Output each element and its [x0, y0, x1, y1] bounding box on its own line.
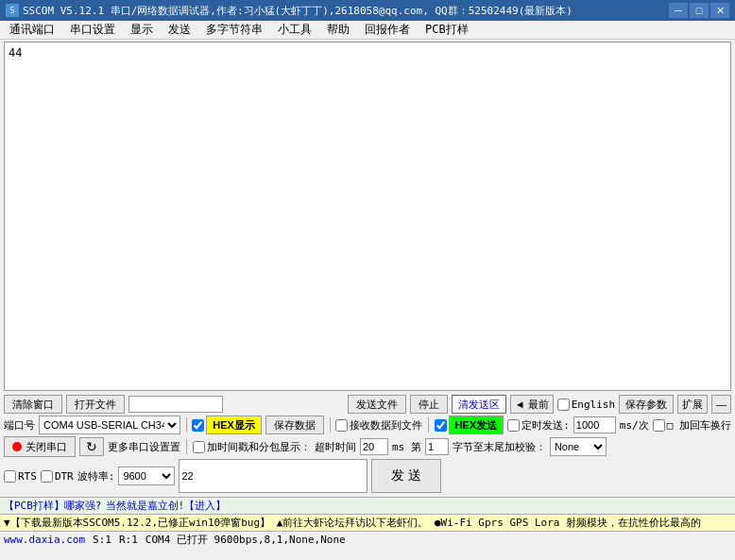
- s-count: S:1: [93, 534, 111, 546]
- save-params-button[interactable]: 保存参数: [619, 395, 674, 414]
- hex-display-label: HEX显示: [192, 416, 262, 434]
- baud-select[interactable]: 9600: [118, 467, 175, 485]
- dtr-label: DTR: [41, 470, 74, 483]
- timed-unit-label: ms/次: [620, 418, 649, 433]
- menu-tools[interactable]: 小工具: [270, 20, 319, 40]
- menu-multibyte[interactable]: 多字节符串: [198, 20, 270, 40]
- send-input[interactable]: [179, 459, 368, 493]
- add-newline-checkbox[interactable]: [653, 419, 665, 432]
- hex-send-label: HEX发送: [435, 416, 504, 434]
- r-count: R:1: [119, 534, 138, 546]
- hex-display-checkbox[interactable]: [192, 419, 204, 432]
- expand-button[interactable]: 扩展: [677, 395, 708, 414]
- close-port-row: 关闭串口 ↻ 更多串口设置置 加时间戳和分包显示： 超时时间 ms 第 字节至末…: [4, 436, 731, 457]
- port-label: 端口号: [4, 418, 35, 433]
- timed-send-checkbox[interactable]: [507, 419, 520, 432]
- menu-display[interactable]: 显示: [123, 20, 161, 40]
- dtr-text: DTR: [55, 470, 74, 483]
- english-label: English: [572, 399, 615, 411]
- english-checkbox[interactable]: [557, 399, 570, 411]
- status-bar: www.daxia.com S:1 R:1 COM4 已打开 9600bps,8…: [0, 531, 735, 548]
- timeout-input[interactable]: [360, 438, 388, 455]
- menu-pcb[interactable]: PCB打样: [418, 20, 476, 40]
- pcb-link[interactable]: 【PCB打样】哪家强?: [4, 499, 102, 513]
- menu-help[interactable]: 帮助: [319, 20, 357, 40]
- save-to-file-checkbox[interactable]: [335, 419, 348, 432]
- close-port-label: 关闭串口: [26, 440, 67, 454]
- rts-checkbox[interactable]: [4, 470, 16, 483]
- ad-bar: ▼【下载最新版本SSCOM5.12.2,已修正win10弹窗bug】 ▲前往大虾…: [0, 514, 735, 531]
- command-input[interactable]: [128, 396, 223, 413]
- menu-bar: 通讯端口 串口设置 显示 发送 多字节符串 小工具 帮助 回报作者 PCB打样: [0, 21, 735, 40]
- timed-send-label: 定时发送:: [507, 418, 570, 433]
- clear-send-area-button[interactable]: 清发送区: [452, 395, 506, 414]
- baud-label: 波特率:: [77, 469, 115, 484]
- timestamp-label: 加时间戳和分包显示：: [193, 440, 311, 454]
- stop-button[interactable]: 停止: [410, 395, 448, 414]
- timeout-unit-label: ms 第: [392, 440, 421, 454]
- website-link[interactable]: www.daxia.com: [4, 534, 85, 546]
- menu-feedback[interactable]: 回报作者: [357, 20, 418, 40]
- close-port-button[interactable]: 关闭串口: [4, 436, 76, 457]
- app-icon: S: [6, 4, 19, 17]
- most-recent-button[interactable]: ◄ 最前: [510, 395, 554, 414]
- save-to-file-text: 接收数据到文件: [350, 418, 422, 433]
- rts-text: RTS: [18, 470, 37, 483]
- port-status: COM4 已打开 9600bps,8,1,None,None: [145, 533, 346, 547]
- timed-send-text: 定时发送:: [521, 418, 570, 433]
- hex-send-button[interactable]: HEX发送: [449, 416, 504, 434]
- timestamp-text: 加时间戳和分包显示：: [207, 440, 311, 454]
- hex-send-checkbox[interactable]: [435, 419, 447, 432]
- byte-pos-input[interactable]: [425, 438, 449, 455]
- info-row: 【PCB打样】哪家强? 当然就是嘉立创!【进入】: [0, 497, 735, 514]
- jlc-link[interactable]: 当然就是嘉立创!【进入】: [106, 499, 227, 513]
- rts-label: RTS: [4, 470, 37, 483]
- send-button[interactable]: 发 送: [371, 459, 441, 493]
- ad-content: ▼【下载最新版本SSCOM5.12.2,已修正win10弹窗bug】 ▲前往大虾…: [4, 517, 701, 529]
- refresh-button[interactable]: ↻: [79, 437, 104, 456]
- add-newline-label: □ 加回车换行: [653, 418, 731, 433]
- title-bar: S SSCOM V5.12.1 串口/网络数据调试器,作者:习小猛(大虾丁丁),…: [0, 0, 735, 21]
- english-checkbox-label: English: [557, 399, 615, 411]
- more-settings-label: 更多串口设置置: [108, 440, 180, 454]
- clear-window-button[interactable]: 清除窗口: [4, 395, 62, 414]
- open-file-button[interactable]: 打开文件: [66, 395, 125, 414]
- maximize-button[interactable]: □: [690, 3, 709, 18]
- save-to-file-label: 接收数据到文件: [335, 418, 422, 433]
- port-row: 端口号 COM4 USB-SERIAL CH340 HEX显示 保存数据 接收数…: [4, 416, 731, 434]
- display-content: 44: [9, 46, 22, 59]
- minimize-button[interactable]: ─: [669, 3, 688, 18]
- checksum-select[interactable]: None: [550, 437, 607, 456]
- menu-comm-port[interactable]: 通讯端口: [2, 20, 62, 40]
- hex-display-button[interactable]: HEX显示: [206, 416, 262, 434]
- collapse-button[interactable]: —: [711, 395, 731, 414]
- display-area: 44: [4, 42, 731, 391]
- title-text: SSCOM V5.12.1 串口/网络数据调试器,作者:习小猛(大虾丁丁),26…: [23, 4, 667, 18]
- port-select[interactable]: COM4 USB-SERIAL CH340: [39, 416, 180, 434]
- controls-area: 清除窗口 打开文件 发送文件 停止 清发送区 ◄ 最前 English 保存参数…: [0, 393, 735, 497]
- red-indicator: [12, 442, 22, 451]
- timestamp-checkbox[interactable]: [193, 441, 205, 453]
- add-newline-text: □ 加回车换行: [667, 418, 731, 433]
- send-file-button[interactable]: 发送文件: [348, 395, 406, 414]
- menu-send[interactable]: 发送: [161, 20, 198, 40]
- save-data-button[interactable]: 保存数据: [265, 416, 324, 434]
- close-button[interactable]: ✕: [710, 3, 729, 18]
- send-row: RTS DTR 波特率: 9600 发 送: [4, 459, 731, 493]
- byte-pos-label: 字节至末尾加校验：: [453, 440, 546, 454]
- timed-interval-input[interactable]: [573, 416, 616, 433]
- timeout-label: 超时时间: [315, 440, 356, 454]
- menu-serial-settings[interactable]: 串口设置: [62, 20, 123, 40]
- dtr-checkbox[interactable]: [41, 470, 53, 483]
- toolbar-row: 清除窗口 打开文件 发送文件 停止 清发送区 ◄ 最前 English 保存参数…: [4, 395, 731, 414]
